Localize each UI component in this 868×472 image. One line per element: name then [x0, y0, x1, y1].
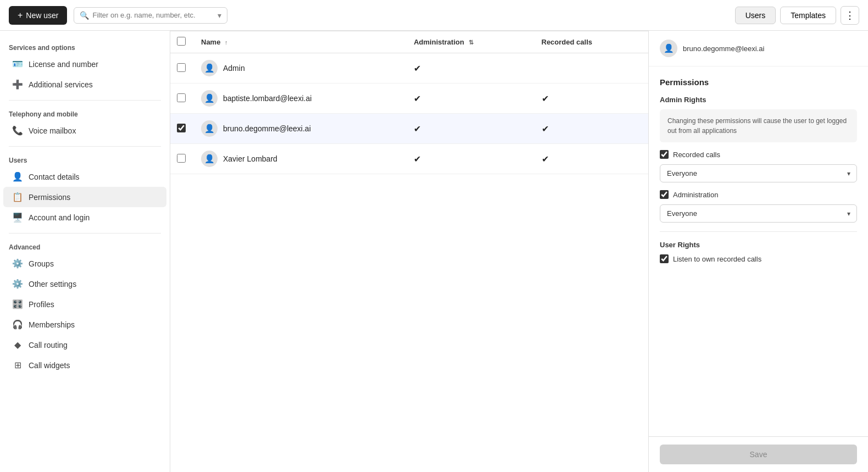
sidebar-item-account[interactable]: 🖥️ Account and login	[3, 207, 166, 227]
sidebar-label-permissions: Permissions	[29, 193, 70, 202]
contact-icon: 👤	[12, 171, 23, 182]
sidebar-label-memberships: Memberships	[29, 320, 75, 329]
callrouting-icon: ◆	[12, 340, 23, 350]
listen-label: Listen to own recorded calls	[673, 255, 761, 263]
more-options-button[interactable]: ⋮	[841, 6, 859, 25]
groups-icon: ⚙️	[12, 258, 23, 269]
tab-users[interactable]: Users	[735, 7, 776, 24]
sidebar-divider-1	[9, 100, 161, 101]
topbar: + New user 🔍 ▾ Users Templates ⋮	[0, 0, 868, 31]
right-panel-header: 👤 bruno.degomme@leexi.ai	[649, 31, 868, 66]
row-admin-cell: ✔	[407, 84, 535, 114]
account-icon: 🖥️	[12, 212, 23, 223]
filter-input[interactable]	[92, 11, 202, 19]
recorded-calls-select[interactable]: Everyone Admins only No one	[660, 164, 857, 182]
administration-checkbox[interactable]	[660, 190, 669, 199]
row-name-cell: 👤 baptiste.lombard@leexi.ai	[194, 84, 407, 114]
sidebar-section-title-advanced: Advanced	[0, 239, 170, 253]
row-name-cell: 👤 bruno.degomme@leexi.ai	[194, 114, 407, 144]
profiles-icon: 🎛️	[12, 299, 23, 309]
permissions-icon: 📋	[12, 192, 23, 202]
sidebar-label-profiles: Profiles	[29, 300, 54, 309]
users-table: Name ↑ Administration ⇅ Recorded calls	[170, 31, 648, 174]
sidebar-item-groups[interactable]: ⚙️ Groups	[3, 253, 166, 274]
user-name: Admin	[223, 64, 245, 73]
sidebar-section-title-telephony: Telephony and mobile	[0, 106, 170, 120]
layout: Services and options 🪪 License and numbe…	[0, 31, 868, 472]
row-recorded-cell: ✔	[535, 84, 649, 114]
admin-check: ✔	[414, 154, 421, 164]
user-name: baptiste.lombard@leexi.ai	[223, 94, 311, 103]
table-header-name: Name ↑	[194, 31, 407, 53]
administration-select-wrap: Everyone Admins only No one	[660, 204, 857, 223]
admin-rights-heading: Admin Rights	[660, 96, 857, 104]
row-recorded-cell: ✔	[535, 114, 649, 144]
main-content: Name ↑ Administration ⇅ Recorded calls	[170, 31, 648, 472]
sidebar-item-permissions[interactable]: 📋 Permissions	[3, 187, 166, 207]
avatar: 👤	[660, 40, 677, 57]
recorded-calls-row: Recorded calls	[660, 150, 857, 159]
filter-input-wrap: 🔍 ▾	[74, 7, 227, 24]
topbar-right: Users Templates ⋮	[735, 6, 859, 25]
sidebar-item-memberships[interactable]: 🎧 Memberships	[3, 314, 166, 335]
sidebar-divider-2	[9, 146, 161, 147]
administration-label: Administration	[673, 191, 718, 199]
administration-row: Administration	[660, 190, 857, 199]
administration-select[interactable]: Everyone Admins only No one	[660, 204, 857, 223]
memberships-icon: 🎧	[12, 319, 23, 330]
sidebar-item-contact[interactable]: 👤 Contact details	[3, 166, 166, 187]
recorded-check: ✔	[542, 154, 549, 164]
table-row: 👤 Xavier Lombard ✔ ✔	[170, 144, 648, 174]
sidebar-item-callwidgets[interactable]: ⊞ Call widgets	[3, 355, 166, 375]
row-name-cell: 👤 Xavier Lombard	[194, 144, 407, 174]
admin-check: ✔	[414, 94, 421, 103]
sidebar-item-voicemail[interactable]: 📞 Voice mailbox	[3, 120, 166, 141]
sidebar: Services and options 🪪 License and numbe…	[0, 31, 170, 472]
row-checkbox[interactable]	[177, 124, 186, 132]
license-icon: 🪪	[12, 59, 23, 69]
avatar: 👤	[201, 120, 218, 137]
row-checkbox[interactable]	[177, 63, 186, 72]
new-user-button[interactable]: + New user	[9, 6, 67, 25]
callwidgets-icon: ⊞	[12, 360, 23, 370]
tab-templates[interactable]: Templates	[780, 7, 836, 24]
table-row: 👤 Admin ✔	[170, 53, 648, 84]
select-all-checkbox[interactable]	[177, 37, 186, 46]
sidebar-item-other[interactable]: ⚙️ Other settings	[3, 274, 166, 294]
listen-row: Listen to own recorded calls	[660, 254, 857, 263]
sidebar-section-advanced: Advanced ⚙️ Groups ⚙️ Other settings 🎛️ …	[0, 239, 170, 375]
row-checkbox[interactable]	[177, 154, 186, 163]
row-checkbox-cell	[170, 84, 194, 114]
info-box: Changing these permissions will cause th…	[660, 109, 857, 142]
table-header-recorded: Recorded calls	[535, 31, 649, 53]
additional-icon: ➕	[12, 79, 23, 90]
sidebar-label-account: Account and login	[29, 213, 90, 222]
sort-icon: ↑	[225, 39, 228, 46]
row-name-cell: 👤 Admin	[194, 53, 407, 84]
chevron-down-icon: ▾	[218, 11, 221, 20]
admin-check: ✔	[414, 124, 421, 134]
listen-checkbox[interactable]	[660, 254, 669, 263]
table-header-admin: Administration ⇅	[407, 31, 535, 53]
table-row: 👤 bruno.degomme@leexi.ai ✔ ✔	[170, 114, 648, 144]
sidebar-item-profiles[interactable]: 🎛️ Profiles	[3, 294, 166, 314]
row-checkbox-cell	[170, 53, 194, 84]
right-panel-body: Permissions Admin Rights Changing these …	[649, 66, 868, 436]
sidebar-label-voicemail: Voice mailbox	[29, 126, 76, 135]
sidebar-item-additional[interactable]: ➕ Additional services	[3, 74, 166, 95]
recorded-calls-checkbox[interactable]	[660, 150, 669, 159]
recorded-check: ✔	[542, 124, 549, 134]
row-checkbox[interactable]	[177, 93, 186, 102]
new-user-label: New user	[26, 11, 58, 20]
sidebar-label-callwidgets: Call widgets	[29, 361, 70, 370]
user-rights-heading: User Rights	[660, 241, 857, 249]
sidebar-item-callrouting[interactable]: ◆ Call routing	[3, 335, 166, 355]
recorded-check: ✔	[542, 94, 549, 103]
recorded-calls-label: Recorded calls	[673, 151, 720, 159]
search-icon: 🔍	[80, 11, 89, 20]
save-button[interactable]: Save	[660, 445, 857, 464]
sidebar-item-license[interactable]: 🪪 License and number	[3, 54, 166, 74]
recorded-calls-select-wrap: Everyone Admins only No one	[660, 164, 857, 182]
sidebar-label-license: License and number	[29, 60, 98, 69]
right-panel: 👤 bruno.degomme@leexi.ai Permissions Adm…	[648, 31, 868, 472]
